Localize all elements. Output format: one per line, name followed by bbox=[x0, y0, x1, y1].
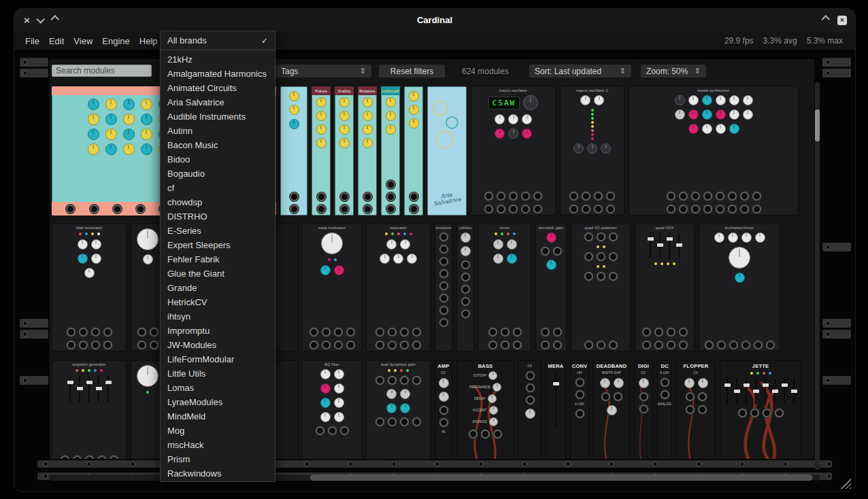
brand-menu-item[interactable]: chowdsp bbox=[161, 195, 275, 209]
module-card[interactable]: modal synthesizer bbox=[629, 86, 799, 216]
module-card[interactable]: macro oscillatorCSAW bbox=[471, 86, 556, 216]
brand-menu-item[interactable]: Audible Instruments bbox=[161, 109, 275, 124]
pin-icon[interactable] bbox=[823, 14, 829, 27]
module-card[interactable]: tidal modulator bbox=[52, 224, 127, 351]
slider-handle[interactable] bbox=[67, 381, 73, 384]
module-card[interactable] bbox=[280, 86, 307, 216]
module-card[interactable]: utilities bbox=[456, 224, 474, 351]
module-card[interactable]: quad VC-polarizer bbox=[571, 224, 631, 351]
module-card[interactable]: multiples bbox=[435, 224, 452, 351]
module-card[interactable]: CONV+5V0-10V bbox=[570, 360, 589, 459]
slider-handle[interactable] bbox=[553, 382, 559, 385]
sort-dropdown[interactable]: Sort: Last updated ⇕ bbox=[529, 65, 631, 78]
brand-menu-item[interactable]: E-Series bbox=[161, 224, 275, 238]
brand-menu-item[interactable]: All brands✓ bbox=[161, 33, 275, 48]
knob-column bbox=[439, 378, 449, 402]
module-card[interactable]: quad VCA bbox=[635, 224, 695, 351]
slider-handle[interactable] bbox=[791, 390, 797, 393]
brand-menu-item[interactable]: Aria Salvatrice bbox=[161, 95, 275, 109]
brand-menu-item[interactable]: LifeFormModular bbox=[161, 352, 275, 366]
reset-filters-button[interactable]: Reset filters bbox=[379, 65, 445, 78]
slider-handle[interactable] bbox=[744, 383, 750, 387]
module-card[interactable]: dual dynamics gate bbox=[366, 360, 431, 459]
module-card[interactable]: Rotatoes bbox=[358, 86, 377, 216]
slider-handle[interactable] bbox=[667, 237, 673, 241]
slider-handle[interactable] bbox=[734, 390, 740, 393]
brand-menu-item[interactable]: Bogaudio bbox=[161, 167, 275, 181]
host-close-icon[interactable]: × bbox=[837, 16, 847, 25]
brand-menu-item[interactable]: Rackwindows bbox=[161, 466, 275, 481]
lcd-display: CSAW bbox=[488, 97, 520, 109]
search-input[interactable] bbox=[52, 65, 152, 77]
module-card[interactable]: DEADBANDWIDTH GAP bbox=[593, 360, 630, 459]
brand-menu-item[interactable]: LyraeModules bbox=[161, 395, 275, 409]
horizontal-scrollbar-thumb[interactable] bbox=[310, 475, 812, 481]
module-card[interactable]: AMPCVIN bbox=[435, 360, 452, 459]
vertical-scrollbar[interactable] bbox=[815, 82, 820, 470]
zoom-dropdown[interactable]: Zoom: 50% ⇕ bbox=[641, 65, 706, 78]
menu-edit[interactable]: Edit bbox=[49, 36, 64, 46]
brand-menu-item[interactable]: Glue the Giant bbox=[161, 266, 275, 281]
slider-handle[interactable] bbox=[753, 390, 759, 393]
menu-engine[interactable]: Engine bbox=[102, 36, 129, 46]
brand-menu-item[interactable]: Animated Circuits bbox=[161, 81, 275, 95]
slider-handle[interactable] bbox=[772, 390, 778, 393]
brand-menu-item[interactable]: Lomas bbox=[161, 381, 275, 395]
module-card[interactable]: mixer bbox=[478, 224, 531, 351]
module-card[interactable]: bernoulli gate bbox=[535, 224, 567, 351]
module-card[interactable]: macro oscillator 2 bbox=[560, 86, 624, 216]
module-card[interactable]: EQ filter bbox=[302, 360, 362, 459]
module-card[interactable]: BASSCUTOFFRESONANCEDECAYACCENTENVMOD bbox=[456, 360, 514, 459]
brand-menu-item[interactable]: Expert Sleepers bbox=[161, 238, 275, 252]
menu-view[interactable]: View bbox=[73, 36, 93, 46]
slider-handle[interactable] bbox=[96, 387, 102, 390]
module-card[interactable]: segment generator bbox=[52, 360, 127, 459]
menu-file[interactable]: File bbox=[25, 36, 39, 46]
slider-handle[interactable] bbox=[676, 243, 682, 247]
brand-menu-item[interactable]: JW-Modules bbox=[161, 338, 275, 352]
brand-menu-item[interactable]: DISTRHO bbox=[161, 209, 275, 224]
module-card[interactable]: keyframer/mixer bbox=[699, 224, 780, 351]
slider-handle[interactable] bbox=[86, 381, 93, 384]
tags-label: Tags bbox=[281, 67, 298, 76]
module-card[interactable]: resonator bbox=[366, 224, 431, 351]
brand-menu-item[interactable]: cf bbox=[161, 181, 275, 195]
module-card[interactable]: FLOPPERCV bbox=[676, 360, 716, 459]
brand-menu-item[interactable]: mscHack bbox=[161, 438, 275, 452]
module-card[interactable]: UnDuLaR bbox=[381, 86, 400, 216]
brand-menu-item[interactable]: Amalgamated Harmonics bbox=[161, 67, 275, 81]
slider-handle[interactable] bbox=[657, 243, 663, 247]
brand-menu-item[interactable]: MindMeld bbox=[161, 409, 275, 424]
module-card[interactable]: Pokies bbox=[312, 86, 331, 216]
brand-menu-item[interactable]: Prism bbox=[161, 452, 275, 466]
slider-handle[interactable] bbox=[724, 383, 731, 387]
module-card[interactable]: meta modulator bbox=[302, 224, 362, 351]
brand-menu-item[interactable]: Autinn bbox=[161, 124, 275, 138]
menu-help[interactable]: Help bbox=[139, 36, 158, 46]
brand-menu-item[interactable]: Bacon Music bbox=[161, 138, 275, 152]
brand-menu-item[interactable]: Fehler Fabrik bbox=[161, 252, 275, 266]
module-card[interactable]: DIGICV bbox=[634, 360, 653, 459]
brand-menu-item[interactable]: Impromptu bbox=[161, 324, 275, 338]
module-card[interactable]: CV bbox=[518, 360, 541, 459]
slider-handle[interactable] bbox=[782, 383, 788, 387]
tags-dropdown[interactable]: Tags ⇕ bbox=[276, 65, 371, 78]
module-card[interactable]: Grabby bbox=[335, 86, 354, 216]
module-card[interactable]: JETTE bbox=[720, 360, 801, 459]
brand-menu-item[interactable]: Little Utils bbox=[161, 366, 275, 381]
slider-handle[interactable] bbox=[763, 383, 769, 387]
brand-menu-item[interactable]: Grande bbox=[161, 281, 275, 295]
module-card[interactable]: Aria Salvatrice bbox=[427, 86, 467, 216]
vertical-scrollbar-thumb[interactable] bbox=[815, 109, 820, 141]
brand-menu-item[interactable]: Mog bbox=[161, 424, 275, 438]
module-card[interactable]: DC0-10VANALOG bbox=[657, 360, 672, 459]
brand-menu-item[interactable]: ihtsyn bbox=[161, 309, 275, 324]
module-card[interactable]: MERA bbox=[546, 360, 566, 459]
brand-menu-item[interactable]: 21kHz bbox=[161, 52, 275, 67]
slider-handle[interactable] bbox=[648, 237, 654, 241]
brand-menu-item[interactable]: HetrickCV bbox=[161, 295, 275, 309]
brand-menu-item[interactable]: Bidoo bbox=[161, 152, 275, 167]
slider-handle[interactable] bbox=[105, 381, 112, 384]
slider-handle[interactable] bbox=[77, 387, 83, 390]
module-card[interactable] bbox=[404, 86, 423, 216]
